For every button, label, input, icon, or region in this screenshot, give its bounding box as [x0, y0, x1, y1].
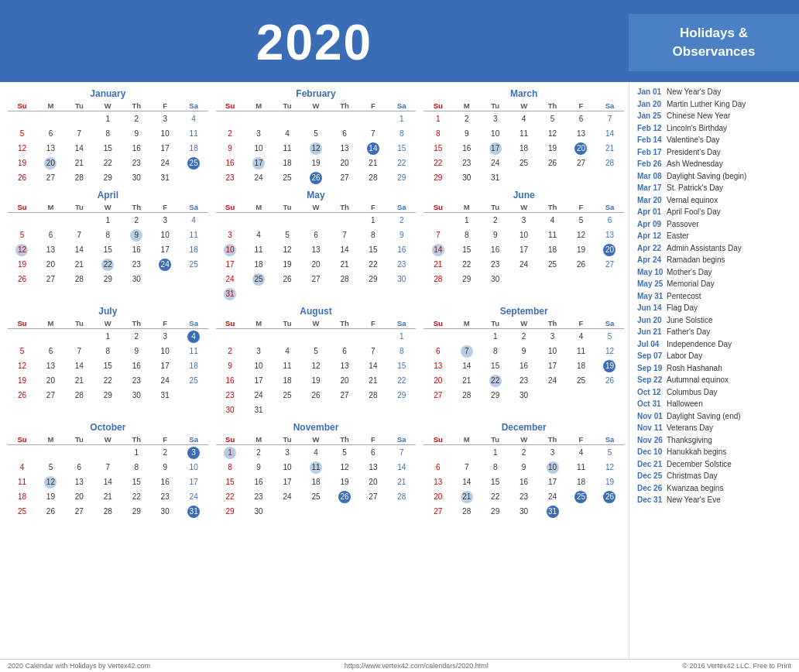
- day-cell: [36, 329, 65, 345]
- day-cell: [567, 504, 595, 519]
- day-cell: 25: [567, 373, 595, 388]
- day-cell: [273, 329, 302, 345]
- day-cell: 26: [8, 272, 36, 286]
- month-table: SuMTuWThFSa12345678910111213141516171819…: [216, 318, 417, 417]
- footer: 2020 Calendar with Holidays by Vertex42.…: [0, 659, 799, 672]
- day-cell: 1: [358, 213, 387, 228]
- day-cell: 15: [94, 141, 122, 156]
- month-title: August: [216, 306, 417, 317]
- page: 2020 Holidays &Observances JanuarySuMTuW…: [0, 0, 799, 672]
- day-cell: 30: [122, 170, 151, 185]
- month-title: January: [8, 88, 208, 99]
- day-cell: 5: [567, 213, 595, 228]
- day-cell: [358, 403, 387, 417]
- day-cell: 26: [8, 388, 36, 403]
- day-cell: 15: [481, 475, 509, 489]
- day-cell: 17: [151, 358, 180, 373]
- header: 2020 Holidays &Observances: [0, 0, 799, 82]
- day-cell: 10: [180, 460, 208, 475]
- day-cell: 7: [452, 344, 481, 358]
- day-header-f: F: [358, 434, 387, 445]
- day-cell: 29: [216, 504, 245, 519]
- day-cell: 28: [330, 272, 358, 286]
- day-cell: 17: [273, 475, 302, 489]
- day-cell: 26: [302, 170, 331, 185]
- day-cell: 10: [216, 242, 245, 257]
- day-cell: 25: [567, 489, 595, 504]
- day-cell: 6: [567, 111, 595, 127]
- holiday-date: Apr 09: [637, 219, 667, 230]
- day-cell: 1: [122, 445, 151, 461]
- day-cell: 24: [509, 257, 538, 272]
- day-cell: 22: [94, 156, 122, 170]
- day-cell: 6: [330, 344, 358, 358]
- holiday-date: Jun 14: [637, 303, 667, 314]
- month-title: December: [424, 422, 624, 433]
- day-cell: 5: [273, 228, 302, 242]
- day-cell: 29: [424, 170, 452, 185]
- day-cell: 21: [65, 373, 94, 388]
- day-header-f: F: [151, 434, 180, 445]
- day-cell: 19: [273, 257, 302, 272]
- holiday-name: Father's Day: [667, 327, 710, 338]
- day-cell: [538, 272, 567, 286]
- day-cell: 1: [481, 445, 509, 461]
- holiday-item: May 25Memorial Day: [637, 279, 793, 290]
- day-cell: 9: [387, 228, 416, 242]
- day-header-w: W: [509, 318, 538, 329]
- month-title: February: [216, 88, 417, 99]
- holiday-item: Mar 20Vernal equinox: [637, 195, 793, 206]
- day-cell: [273, 286, 302, 301]
- holiday-item: Dec 25Christmas Day: [637, 471, 793, 482]
- day-header-sa: Sa: [180, 202, 208, 213]
- holiday-name: June Solstice: [667, 315, 712, 326]
- day-cell: [538, 388, 567, 403]
- day-cell: 2: [452, 111, 481, 127]
- day-cell: 22: [424, 156, 452, 170]
- month-title: July: [8, 306, 208, 317]
- day-cell: 24: [273, 489, 302, 504]
- holiday-name: Christmas Day: [667, 471, 718, 482]
- day-cell: 8: [122, 460, 151, 475]
- day-cell: 22: [387, 156, 416, 170]
- day-header-su: Su: [216, 318, 245, 329]
- day-cell: 15: [424, 141, 452, 156]
- day-cell: [452, 445, 481, 461]
- day-header-sa: Sa: [387, 101, 416, 111]
- day-cell: 23: [481, 257, 509, 272]
- day-cell: 29: [94, 272, 122, 286]
- day-cell: 31: [180, 504, 208, 519]
- day-cell: 19: [595, 358, 624, 373]
- day-header-tu: Tu: [481, 318, 509, 329]
- day-cell: 3: [151, 111, 180, 127]
- day-cell: [358, 329, 387, 345]
- day-cell: 8: [424, 126, 452, 141]
- day-cell: 5: [538, 111, 567, 127]
- holiday-date: Sep 19: [637, 363, 667, 374]
- day-cell: 2: [509, 329, 538, 345]
- day-cell: 3: [216, 228, 245, 242]
- holiday-item: Jun 14Flag Day: [637, 303, 793, 314]
- day-cell: 7: [424, 228, 452, 242]
- month-block-may: MaySuMTuWThFSa12345678910111213141516171…: [216, 190, 417, 301]
- day-cell: [216, 213, 245, 228]
- day-header-m: M: [36, 434, 65, 445]
- day-header-f: F: [567, 318, 595, 329]
- day-cell: [151, 272, 180, 286]
- holiday-item: Nov 11Veterans Day: [637, 423, 793, 434]
- day-cell: 20: [567, 141, 595, 156]
- day-cell: 22: [122, 489, 151, 504]
- holiday-item: Dec 10Hanukkah begins: [637, 447, 793, 458]
- day-cell: 7: [387, 445, 416, 461]
- day-cell: 22: [387, 373, 416, 388]
- day-cell: 9: [122, 126, 151, 141]
- day-cell: 19: [595, 475, 624, 489]
- day-cell: 6: [424, 344, 452, 358]
- day-cell: 14: [387, 460, 416, 475]
- holiday-date: Dec 21: [637, 459, 667, 470]
- day-cell: 10: [538, 460, 567, 475]
- day-cell: 14: [65, 358, 94, 373]
- holiday-item: Nov 01Daylight Saving (end): [637, 411, 793, 422]
- day-cell: 26: [595, 373, 624, 388]
- day-cell: [387, 286, 416, 301]
